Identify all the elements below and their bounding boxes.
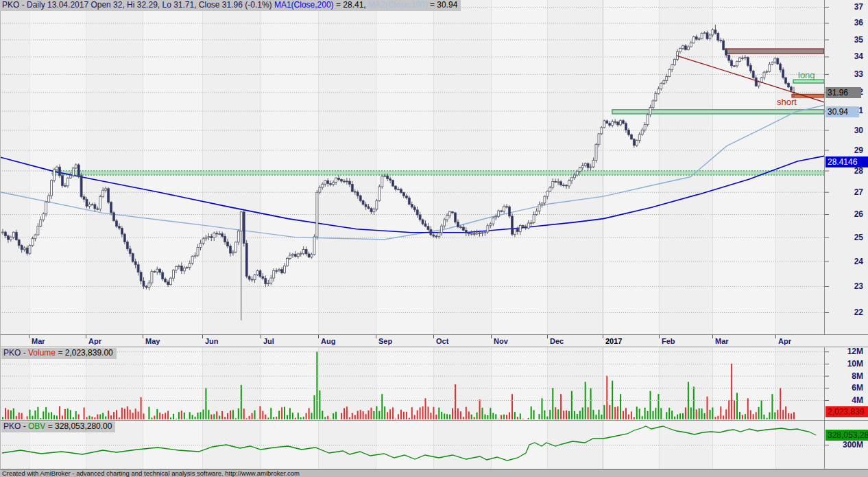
volume-title-prefix: PKO - xyxy=(3,348,28,358)
ma1-value: = 28.41, xyxy=(334,0,368,10)
price-tick-label: 35 xyxy=(825,34,867,45)
date-tick-label: Mar xyxy=(715,336,729,347)
date-tick-label: Jun xyxy=(205,336,219,347)
last-price-tag: 31.96 xyxy=(825,87,861,98)
obv-pane-title: PKO - OBV = 328,053,280.00 xyxy=(1,421,115,432)
obv-title-name: OBV xyxy=(28,421,45,431)
price-tick-label: 30 xyxy=(825,125,867,136)
date-tick-label: Dec xyxy=(550,336,564,347)
short-annotation-label[interactable]: short xyxy=(777,97,797,107)
date-tick-label: Apr xyxy=(778,336,791,347)
date-tick-label: Mar xyxy=(32,336,45,347)
price-title-main: PKO - Daily 13.04.2017 Open 32, Hi 32.29… xyxy=(2,0,274,10)
volume-title-name: Volume xyxy=(28,348,56,358)
date-tick-label: May xyxy=(145,336,160,347)
price-tick-label: 29 xyxy=(825,145,867,156)
date-tick-label: Apr xyxy=(88,336,101,347)
price-tick-label: 36 xyxy=(825,17,867,28)
date-tick-label: Oct xyxy=(436,336,448,347)
volume-pane-title: PKO - Volume = 2,023,839.00 xyxy=(1,348,117,359)
date-tick-label: Jul xyxy=(263,336,274,347)
date-axis-strip[interactable] xyxy=(0,335,868,347)
ma2-label: MA2(Close,100) xyxy=(368,0,428,10)
volume-title-value: = 2,023,839.00 xyxy=(56,348,113,358)
date-tick-label: Feb xyxy=(662,336,675,347)
price-tick-label: 22 xyxy=(825,307,867,318)
obv-value-tag: 328,053,280 xyxy=(825,430,868,441)
date-tick-label: Nov xyxy=(494,336,508,347)
volume-tick-label: 6M xyxy=(825,382,867,393)
volume-tick-label: 4M xyxy=(825,395,867,406)
price-tick-label: 26 xyxy=(825,209,867,220)
price-plot-bg xyxy=(0,0,824,334)
obv-tick-label: 300M xyxy=(825,439,867,450)
chart-canvas[interactable] xyxy=(0,0,868,477)
price-tick-label: 33 xyxy=(825,69,867,80)
price-tick-label: 24 xyxy=(825,256,867,267)
volume-tick-label: 10M xyxy=(825,358,867,369)
ma1-price-tag: 28.4146 xyxy=(825,156,868,167)
date-tick-label: Sep xyxy=(378,336,392,347)
obv-title-value: = 328,053,280.00 xyxy=(45,421,112,431)
volume-tick-label: 8M xyxy=(825,371,867,382)
price-tick-label: 27 xyxy=(825,187,867,198)
ma2-price-tag: 30.94 xyxy=(825,106,859,117)
price-tick-label: 25 xyxy=(825,232,867,243)
obv-title-prefix: PKO - xyxy=(3,421,28,431)
amibroker-footer: Created with AmiBroker - advanced charti… xyxy=(0,469,868,477)
ma1-label: MA1(Close,200) xyxy=(274,0,334,10)
volume-tick-label: 12M xyxy=(825,346,867,357)
price-tick-label: 34 xyxy=(825,51,867,62)
price-tick-label: 37 xyxy=(825,1,867,12)
price-tick-label: 23 xyxy=(825,281,867,292)
date-tick-label: Aug xyxy=(321,336,335,347)
amibroker-chart-window: PKO - Daily 13.04.2017 Open 32, Hi 32.29… xyxy=(0,0,868,477)
price-pane-title: PKO - Daily 13.04.2017 Open 32, Hi 32.29… xyxy=(0,0,461,11)
date-tick-label: 2017 xyxy=(605,336,622,347)
long-annotation-label[interactable]: long xyxy=(798,70,815,80)
volume-value-tag: 2,023,839 xyxy=(825,406,868,417)
ma2-value: = 30.94 xyxy=(428,0,458,10)
